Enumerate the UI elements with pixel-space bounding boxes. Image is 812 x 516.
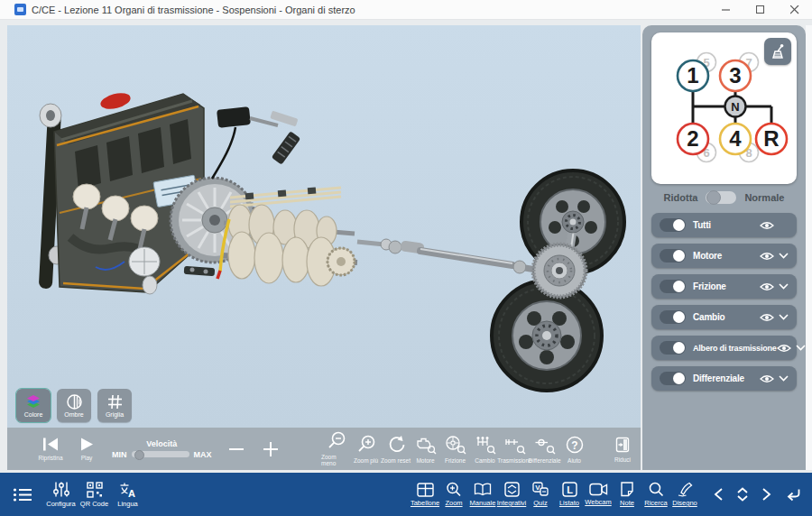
zoom-gearbox-label: Cambio xyxy=(475,457,494,464)
qr-code-label: QR Code xyxy=(80,500,108,508)
zoom-differential-button[interactable]: Differenziale xyxy=(530,435,559,464)
app-window: C/CE - Lezione 11 Organi di trasmissione… xyxy=(0,0,812,516)
reduce-button[interactable]: Riduci xyxy=(606,436,639,463)
engine-toggle[interactable] xyxy=(660,249,686,263)
chevron-left-icon[interactable] xyxy=(714,487,724,502)
zoom-gearbox-button[interactable]: Cambio xyxy=(470,435,500,464)
listing-label: Listato xyxy=(559,499,579,507)
pen-icon xyxy=(677,482,694,497)
mode-toggle-knob[interactable] xyxy=(706,190,721,205)
svg-text:2: 2 xyxy=(687,126,698,151)
toggle-row-differential[interactable]: Differenziale xyxy=(651,366,797,391)
speed-increase-button[interactable] xyxy=(255,441,286,457)
toggle-row-gearbox[interactable]: Cambio xyxy=(651,305,797,329)
zoom-differential-label: Differenziale xyxy=(529,457,561,464)
color-button[interactable]: Colore xyxy=(16,389,51,422)
eye-icon[interactable] xyxy=(760,282,774,291)
chevron-down-icon[interactable] xyxy=(796,345,806,351)
chevron-down-icon[interactable] xyxy=(779,253,789,259)
menu-list-button[interactable] xyxy=(9,487,36,502)
zoom-tool-button[interactable]: Zoom xyxy=(439,482,468,507)
zoom-in-icon xyxy=(355,435,377,455)
speed-control: Velocità MIN MAX xyxy=(112,439,212,459)
shadows-label: Ombre xyxy=(64,411,83,418)
board-button[interactable]: Tabellone xyxy=(411,483,439,507)
component-toggle-list: Tutti Motore Frizione xyxy=(651,213,797,391)
eye-icon[interactable] xyxy=(760,374,774,383)
search-icon xyxy=(649,482,664,497)
gearbox-label: Cambio xyxy=(693,312,724,322)
configure-label: Configura xyxy=(46,500,76,508)
draw-button[interactable]: Disegno xyxy=(670,482,699,507)
help-label: Aiuto xyxy=(567,457,581,464)
eye-icon[interactable] xyxy=(760,221,774,230)
exit-return-icon[interactable] xyxy=(784,487,801,502)
language-button[interactable]: A Lingua xyxy=(112,482,143,508)
zoom-clutch-button[interactable]: Frizione xyxy=(440,435,470,464)
close-button[interactable] xyxy=(778,0,812,19)
help-button[interactable]: ? Aiuto xyxy=(559,435,589,464)
expand-vertical-icon[interactable] xyxy=(736,486,749,502)
zoom-engine-label: Motore xyxy=(416,457,434,464)
speed-decrease-button[interactable] xyxy=(221,441,252,457)
webcam-button[interactable]: Webcam xyxy=(584,483,613,506)
zoom-reset-button[interactable]: Zoom reset xyxy=(381,435,411,464)
all-toggle[interactable] xyxy=(660,218,686,232)
zoom-out-button[interactable]: Zoom meno xyxy=(321,431,351,466)
eye-icon[interactable] xyxy=(760,313,774,322)
zoom-engine-button[interactable]: Motore xyxy=(411,435,440,464)
color-label: Colore xyxy=(24,411,43,418)
zoom-in-button[interactable]: Zoom più xyxy=(351,435,381,464)
zoom-transmission-button[interactable]: Trasmissione xyxy=(500,435,530,464)
grid-button[interactable]: Griglia xyxy=(97,389,132,422)
differential-toggle[interactable] xyxy=(660,372,686,385)
maximize-button[interactable] xyxy=(743,0,778,19)
svg-text:1: 1 xyxy=(687,63,698,88)
gearbox-toggle[interactable] xyxy=(660,310,686,324)
chevron-down-icon[interactable] xyxy=(779,314,789,320)
shadows-button[interactable]: Ombre xyxy=(57,389,91,422)
speed-slider[interactable] xyxy=(132,451,189,457)
mode-normal-label: Normale xyxy=(744,192,784,203)
search-button[interactable]: Ricerca xyxy=(641,482,670,507)
chevron-right-icon[interactable] xyxy=(761,487,771,502)
gear-shifter-button[interactable] xyxy=(764,38,791,65)
play-icon xyxy=(78,437,95,452)
note-icon xyxy=(620,482,634,497)
book-icon xyxy=(474,483,492,497)
minimize-button[interactable] xyxy=(709,0,743,19)
clutch-toggle[interactable] xyxy=(660,280,686,293)
reduce-label: Riduci xyxy=(614,456,631,463)
toggle-row-engine[interactable]: Motore xyxy=(651,244,797,268)
quiz-button[interactable]: V Quiz xyxy=(526,482,555,507)
chevron-down-icon[interactable] xyxy=(779,375,789,382)
driveshaft-toggle[interactable] xyxy=(660,341,686,355)
toggle-row-driveshaft[interactable]: Albero di trasmissione xyxy=(651,336,797,360)
restart-button[interactable]: Ripristina xyxy=(34,437,67,461)
notes-label: Note xyxy=(620,499,634,507)
listing-button[interactable]: L Listato xyxy=(555,482,584,507)
gearbox-zoom-icon xyxy=(475,435,496,455)
zoom-tool-label: Zoom xyxy=(445,499,462,507)
eye-icon[interactable] xyxy=(760,252,774,261)
differential-zoom-icon xyxy=(534,435,556,455)
clutch-label: Frizione xyxy=(693,281,726,291)
board-label: Tabellone xyxy=(411,499,439,507)
notes-button[interactable]: Note xyxy=(613,482,641,507)
mode-toggle[interactable] xyxy=(706,191,736,204)
speed-slider-knob[interactable] xyxy=(134,450,144,460)
play-button[interactable]: Play xyxy=(70,437,103,461)
supplements-button[interactable]: Integrativi xyxy=(497,482,526,507)
all-label: Tutti xyxy=(693,220,711,230)
minus-icon xyxy=(228,441,245,457)
3d-viewport[interactable]: Colore Ombre Griglia xyxy=(7,25,641,428)
configure-button[interactable]: Configura xyxy=(45,481,77,508)
chevron-down-icon[interactable] xyxy=(779,283,789,290)
eye-icon[interactable] xyxy=(777,344,791,353)
manual-button[interactable]: Manuale xyxy=(468,483,497,507)
toggle-row-clutch[interactable]: Frizione xyxy=(651,274,797,299)
help-icon: ? xyxy=(565,435,585,455)
toggle-row-all[interactable]: Tutti xyxy=(651,213,797,237)
qr-code-button[interactable]: QR Code xyxy=(78,482,110,508)
right-edge-strip xyxy=(806,25,812,470)
